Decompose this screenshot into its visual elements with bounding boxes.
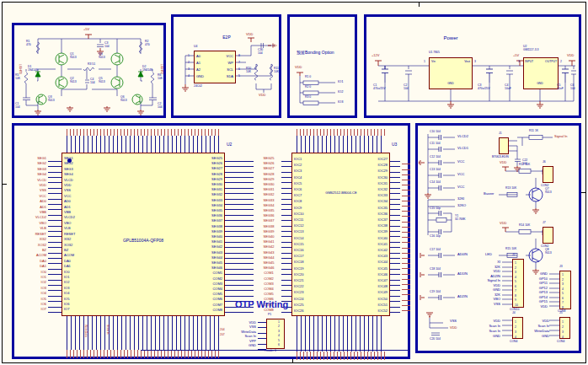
wires: [26, 39, 152, 110]
net-vcc5: +5V: [83, 28, 89, 31]
label-r2: R2 470: [145, 40, 150, 47]
j4-part: CON4: [510, 341, 517, 344]
right-pin-wires: [225, 158, 254, 313]
label-c1: C1 470u/25V: [373, 84, 386, 91]
net-plus5v: +5V: [513, 54, 519, 57]
label-r12: R12 10K: [519, 164, 530, 167]
label-r15: R15 10K: [505, 248, 516, 251]
left-pin-wires: [48, 158, 61, 313]
j1-part: B7062LEDIN: [492, 156, 509, 159]
net-vcc-3: VCC: [457, 185, 464, 189]
label-c5: C5 10uF: [557, 84, 564, 91]
power: [297, 72, 303, 76]
net-vdd-led: VDD: [500, 222, 506, 225]
label-c4: C4 10uF: [505, 84, 511, 91]
u1-pin-in: Vin: [431, 61, 436, 64]
bottom-net-labels-texture: [297, 352, 385, 360]
u2-pin-in: INPUT: [525, 61, 533, 64]
io-graphic: [418, 126, 579, 351]
power-and-grounds: [35, 35, 144, 115]
signal-connector-body[interactable]: [499, 137, 509, 154]
u2-num-2: 2: [560, 61, 562, 64]
section-io: C10 104 VLCD2 C11 104 VLCD1 C12 104 VCC …: [415, 123, 581, 353]
otp-header-body[interactable]: [266, 319, 285, 349]
label-r3: R3 51: [88, 63, 95, 67]
label-c16: C16 10p: [430, 235, 441, 239]
label-r3: R3 0: [305, 96, 311, 99]
power-title: Power: [434, 35, 468, 41]
section-power: Power +12V +5V VDD U1 7805 Vin Vout GND …: [364, 14, 581, 118]
eeprom-right-pin-numbers: 8 7 6 5: [238, 52, 240, 79]
label-c11: C11 104: [430, 142, 441, 146]
section-bonding-option: 预留Bonding Option VDD R1 0 R2 0 R3 0 IO1 …: [287, 14, 357, 118]
net-vdd-bottom: VDD: [259, 94, 265, 97]
otp-header-part: Header 6: [265, 350, 276, 353]
j4-ref: J4: [512, 312, 516, 315]
eeprom-part: 24C02: [194, 85, 202, 89]
label-q1: Q1 9013: [70, 53, 77, 60]
label-r13: R13 10K: [505, 187, 516, 191]
right-pin-wires: [390, 158, 400, 313]
net-vlcd1: VLCD1: [457, 147, 468, 150]
section-led-driver: LIGHT1 LIGHT2 +5V R1 470 R2 470 R3 51 R5…: [12, 23, 166, 118]
label-c17: C17 104: [430, 249, 441, 252]
con10-signal-labels: XI 32K VDD AD2IN Signal In VDD GND 32K V…: [473, 260, 500, 306]
net-led: LED: [485, 253, 492, 256]
net-vcc-1: VCC: [457, 160, 464, 164]
j6-ref: J6: [543, 161, 546, 164]
net-io2: IO2: [338, 90, 343, 94]
label-c3: C3 470u/25V: [478, 84, 490, 91]
j1-ref: J1: [499, 132, 502, 136]
net-vlcd2: VLCD2: [457, 135, 468, 138]
label-c15: C15 10p: [430, 207, 441, 211]
net-32ko: 32KO: [457, 204, 466, 207]
frame-zone-tick: [581, 192, 586, 193]
buzzer-connector-body[interactable]: [543, 166, 553, 183]
top-net-labels-texture: [67, 129, 220, 136]
u2-ref: U2 GM1117-3.3: [523, 46, 538, 52]
transistors[interactable]: [529, 188, 543, 262]
wires: [300, 76, 335, 105]
mcu-right-pin-names: SEG25 SEG26 SEG27 SEG28 SEG29 SEG30 SEG3…: [196, 156, 222, 313]
label-d2: D2 1N4148: [142, 66, 152, 72]
con8-signal-labels: GND GP10 GP11 GP12 GP13 GP14 GP15 VDD: [526, 271, 548, 309]
mcu-left-pin-names: SEG1 SEG2 SEG3 SEG4 VLCD VDD VSS VCC AD0…: [64, 156, 75, 313]
net-vss: VSS: [450, 319, 457, 323]
otp-header-pin-numbers: 1 2 3 4 5 6: [278, 320, 280, 347]
label-c12: C12 104: [430, 156, 441, 159]
label-c2: C2 104: [404, 84, 409, 91]
label-q7: Q7 9013: [545, 188, 552, 195]
label-q5: Q5 9013: [99, 78, 105, 84]
net-vdd: VDD: [246, 33, 253, 36]
u1-num-3: 3: [474, 61, 476, 64]
con4b-signal-labels: VDD Scan In WriteData GND: [522, 319, 549, 339]
led-connector-body[interactable]: [543, 227, 553, 244]
net-signal-in: Signal In: [554, 135, 568, 138]
eeprom-ref: U4: [194, 46, 197, 49]
otp-writing-label: OTP Writing: [235, 299, 288, 309]
j5-ref: J5: [559, 312, 563, 315]
eeprom-title: E2P: [211, 35, 242, 40]
bottom-pin-wires: [297, 316, 385, 352]
label-c14: C14 104: [430, 181, 441, 185]
net-ad2in: AD2IN: [457, 295, 468, 298]
frame-zone-tick: [419, 2, 420, 7]
label-q4: Q4 9013: [99, 53, 105, 60]
con4b-body[interactable]: [559, 317, 570, 339]
label-c1: C1 104: [15, 103, 20, 110]
top-pin-wires: [67, 136, 220, 153]
label-c4: C4 104: [90, 78, 95, 85]
schematic-sheet: LIGHT1 LIGHT2 +5V R1 470 R2 470 R3 51 R5…: [0, 0, 588, 365]
header-pin-wires: [258, 321, 266, 350]
j2-ref: J2: [512, 254, 516, 257]
otp-header-ref: P1: [268, 314, 271, 317]
label-r6: R6 10K: [158, 74, 163, 81]
eeprom-left-pin-numbers: 1 2 3 4: [188, 52, 190, 79]
u2-num-3: 3: [518, 61, 520, 64]
con4a-signal-labels: VDD Scan In Scan In GND: [473, 319, 500, 339]
con8-pin-numbers: 1 2 3 4 5 6 7 8: [562, 273, 564, 310]
u1-pin-gnd: GND: [442, 83, 459, 86]
top-net-labels-texture: [297, 129, 385, 136]
net-vdd: VDD: [567, 54, 574, 57]
memory-part-number: GM62512-B8004-CE: [302, 191, 380, 195]
